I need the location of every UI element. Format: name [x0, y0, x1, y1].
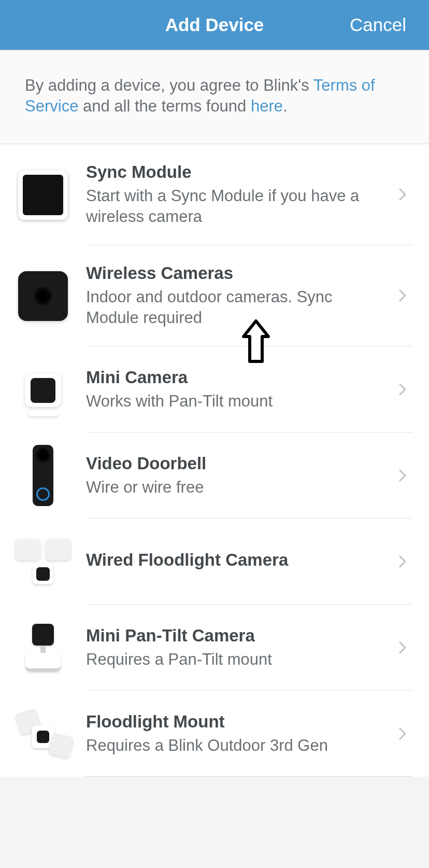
device-subtitle: Works with Pan-Tilt mount: [86, 391, 389, 412]
device-row-floodlight-mount[interactable]: Floodlight Mount Requires a Blink Outdoo…: [0, 691, 429, 777]
device-subtitle: Start with a Sync Module if you have a w…: [86, 186, 389, 227]
wireless-camera-icon: [0, 271, 86, 321]
sync-module-icon: [0, 170, 86, 220]
device-title: Mini Pan-Tilt Camera: [86, 625, 389, 646]
chevron-right-icon: [399, 289, 407, 302]
terms-notice: By adding a device, you agree to Blink's…: [0, 50, 429, 144]
chevron-right-icon: [399, 188, 407, 201]
device-title: Wired Floodlight Camera: [86, 550, 389, 570]
cancel-button[interactable]: Cancel: [350, 0, 406, 50]
device-subtitle: Requires a Pan-Tilt mount: [86, 649, 389, 670]
device-subtitle: Indoor and outdoor cameras. Sync Module …: [86, 287, 389, 328]
terms-text-prefix: By adding a device, you agree to Blink's: [25, 76, 313, 94]
chevron-right-icon: [399, 383, 407, 396]
device-row-sync-module[interactable]: Sync Module Start with a Sync Module if …: [0, 144, 429, 245]
device-list: Sync Module Start with a Sync Module if …: [0, 144, 429, 777]
device-row-wireless-cameras[interactable]: Wireless Cameras Indoor and outdoor came…: [0, 245, 429, 346]
device-row-mini-pan-tilt-camera[interactable]: Mini Pan-Tilt Camera Requires a Pan-Tilt…: [0, 605, 429, 691]
device-title: Floodlight Mount: [86, 711, 389, 732]
floodlight-mount-icon: [0, 708, 86, 760]
terms-text-middle: and all the terms found: [78, 97, 251, 115]
wired-floodlight-icon: [0, 537, 86, 586]
chevron-right-icon: [399, 641, 407, 654]
chevron-right-icon: [399, 727, 407, 740]
device-row-mini-camera[interactable]: Mini Camera Works with Pan-Tilt mount: [0, 346, 429, 432]
device-row-wired-floodlight-camera[interactable]: Wired Floodlight Camera: [0, 519, 429, 605]
device-subtitle: Wire or wire free: [86, 477, 389, 498]
mini-camera-icon: [0, 372, 86, 407]
header: Add Device Cancel: [0, 0, 429, 50]
terms-text-suffix: .: [283, 97, 288, 115]
device-title: Sync Module: [86, 162, 389, 183]
chevron-right-icon: [399, 555, 407, 568]
device-row-video-doorbell[interactable]: Video Doorbell Wire or wire free: [0, 432, 429, 519]
mini-pan-tilt-icon: [0, 624, 86, 671]
terms-here-link[interactable]: here: [251, 97, 283, 115]
page-title: Add Device: [165, 15, 264, 35]
device-title: Mini Camera: [86, 367, 389, 388]
chevron-right-icon: [399, 469, 407, 482]
device-title: Wireless Cameras: [86, 263, 389, 284]
device-title: Video Doorbell: [86, 453, 389, 474]
device-subtitle: Requires a Blink Outdoor 3rd Gen: [86, 735, 389, 756]
video-doorbell-icon: [0, 445, 86, 506]
